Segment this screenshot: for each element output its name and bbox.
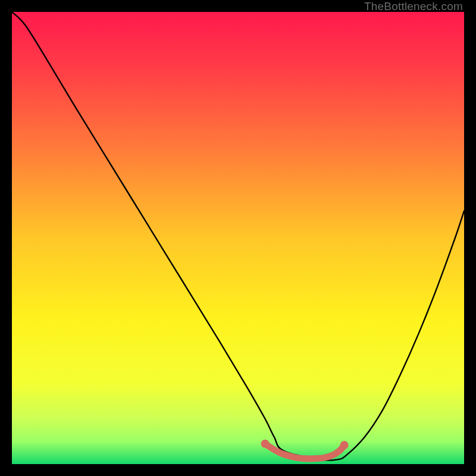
plot-area [12,12,464,464]
watermark-text: TheBottleneck.com [364,0,463,13]
highlight-dot [340,441,349,449]
chart-frame: TheBottleneck.com [0,0,476,476]
gradient-background [12,12,464,464]
chart-svg [12,12,464,464]
highlight-dot [261,440,270,448]
